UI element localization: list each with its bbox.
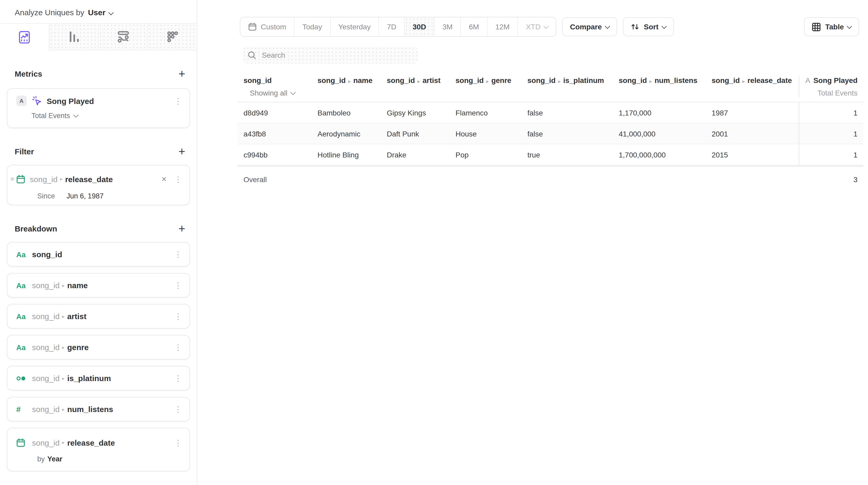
add-breakdown-button[interactable]: + [177,225,186,232]
breakdown-card[interactable]: song_id ▸ release_date ⋮ byYear [7,428,190,472]
metrics-title: Metrics [15,69,42,78]
table-grid-icon [812,22,821,31]
breakdown-menu-button[interactable]: ⋮ [174,250,182,258]
metric-card[interactable]: A Song Played ⋮ Total Events [7,88,190,128]
arrow-right-icon: ▸ [348,79,350,84]
chart-type-tabs [0,23,197,51]
metric-letter-badge: A [16,95,27,106]
breakdown-date-unit-dropdown[interactable]: byYear [7,455,189,463]
filter-menu-button[interactable]: ⋮ [174,175,182,183]
arrow-right-icon: ▸ [62,406,65,412]
chevron-down-icon [73,112,78,118]
breakdown-menu-button[interactable]: ⋮ [174,312,182,320]
arrow-right-icon: ▸ [62,283,65,288]
breakdown-menu-button[interactable]: ⋮ [174,405,182,413]
metric-name: Song Played [47,96,94,105]
filter-value[interactable]: Jun 6, 1987 [67,192,104,200]
analyze-label: Analyze Uniques by [15,8,84,17]
arrow-right-icon: ▸ [62,375,65,381]
tab-line-chart[interactable] [0,24,49,51]
table-row[interactable]: c994bbHotline Bling DrakePop true1,700,0… [237,144,863,167]
filter-card[interactable]: ≡ song_id ▸ release_date ✕ ⋮ Since Jun 6… [7,165,190,205]
toolbar: Custom Today Yesterday 7D 30D 3M 6M 12M … [240,17,859,37]
column-header[interactable]: song_id Showing all [237,76,311,97]
tab-pivot[interactable] [148,24,197,51]
text-property-icon: Aa [16,250,26,259]
metric-menu-button[interactable]: ⋮ [174,97,182,105]
showing-all-dropdown[interactable]: Showing all [250,89,311,97]
breakdown-property-name: artist [67,312,86,321]
date-range-today[interactable]: Today [294,17,330,36]
column-header[interactable]: song_id▸is_platinum [521,76,613,97]
pivot-icon [166,31,178,42]
drag-handle[interactable]: ≡ [10,175,13,183]
breakdown-menu-button[interactable]: ⋮ [174,438,182,447]
view-type-button[interactable]: Table [804,17,859,36]
arrow-right-icon: ▸ [649,79,652,84]
filter-operator-dropdown[interactable]: Since [37,192,55,200]
chevron-down-icon [661,23,667,29]
remove-filter-button[interactable]: ✕ [161,175,167,183]
tab-flow[interactable] [99,24,148,51]
date-range-30d[interactable]: 30D [405,17,435,36]
column-header[interactable]: song_id▸name [311,76,380,97]
breakdown-property-name: release_date [67,438,115,447]
filter-section-header: Filter + [15,147,186,156]
date-range-7d[interactable]: 7D [379,17,405,36]
add-metric-button[interactable]: + [177,70,186,78]
date-range-yesterday[interactable]: Yesterday [330,17,379,36]
breakdown-card[interactable]: Aa song_id ⋮ [7,242,190,267]
column-header[interactable]: song_id▸num_listens [613,76,705,97]
breakdown-property-name: is_platinum [67,374,111,383]
calendar-icon [16,438,29,447]
arrow-right-icon: ▸ [60,176,62,182]
chevron-down-icon [544,23,549,29]
compare-button[interactable]: Compare [562,17,617,36]
insights-report: Analyze Uniques by User [0,0,868,485]
breakdown-card[interactable]: # song_id ▸ num_listens ⋮ [7,397,190,422]
date-range-3m[interactable]: 3M [435,17,461,36]
table-search[interactable] [243,47,418,63]
arrow-right-icon: ▸ [62,314,65,319]
metric-column-header[interactable]: ASong Played Total Events [799,76,863,97]
breakdown-card[interactable]: song_id ▸ is_platinum ⋮ [7,366,190,391]
overall-row: Overall 3 [237,167,863,191]
analyze-entity-dropdown[interactable]: User [88,8,113,17]
add-filter-button[interactable]: + [177,148,186,155]
calendar-icon [16,175,25,183]
breakdown-property-name: genre [67,343,89,352]
sort-button[interactable]: Sort [623,17,674,36]
analyze-header: Analyze Uniques by User [0,0,197,17]
event-cursor-icon [32,96,42,106]
chevron-down-icon [847,23,852,29]
tab-bar-chart[interactable] [49,24,99,51]
search-input[interactable] [261,51,399,60]
breakdown-card[interactable]: Aa song_id ▸ genre ⋮ [7,335,190,360]
report-main: Custom Today Yesterday 7D 30D 3M 6M 12M … [197,0,868,485]
breakdown-card[interactable]: Aa song_id ▸ artist ⋮ [7,304,190,329]
arrow-right-icon: ▸ [62,344,65,350]
breakdown-menu-button[interactable]: ⋮ [174,281,182,289]
bar-chart-icon [68,30,80,43]
date-range-xtd[interactable]: XTD [518,17,556,36]
column-header[interactable]: song_id▸release_date [705,76,799,97]
column-header[interactable]: song_id▸artist [380,76,449,97]
date-range-12m[interactable]: 12M [488,17,518,36]
breakdown-title: Breakdown [15,224,57,233]
breakdown-property-name: song_id [32,250,62,259]
arrow-right-icon: ▸ [62,440,65,445]
text-property-icon: Aa [16,343,26,352]
table-header-row: song_id Showing all song_id▸name song_id… [237,71,863,102]
breakdown-menu-button[interactable]: ⋮ [174,374,182,382]
arrow-right-icon: ▸ [558,79,560,84]
table-row[interactable]: d8d949Bamboleo Gipsy KingsFlamenco false… [237,102,863,123]
chevron-down-icon [605,23,610,29]
date-range-custom[interactable]: Custom [240,17,294,36]
breakdown-menu-button[interactable]: ⋮ [174,343,182,351]
table-row[interactable]: a43fb8Aerodynamic Daft PunkHouse false41… [237,123,863,144]
metric-aggregation-dropdown[interactable]: Total Events [7,112,189,120]
filter-property-parent: song_id [30,175,58,183]
breakdown-card[interactable]: Aa song_id ▸ name ⋮ [7,273,190,298]
date-range-6m[interactable]: 6M [461,17,488,36]
column-header[interactable]: song_id▸genre [449,76,521,97]
